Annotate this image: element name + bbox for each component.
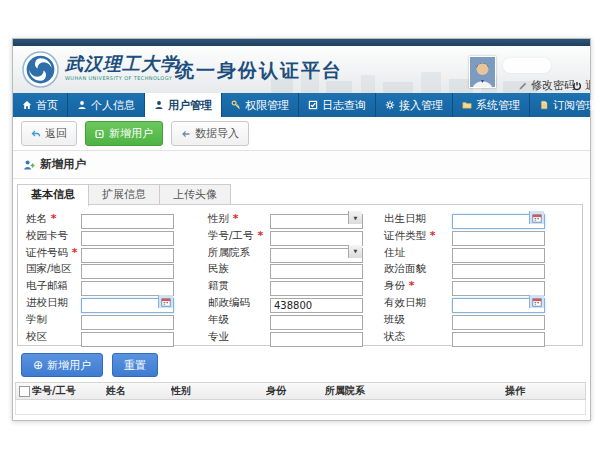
calendar-icon[interactable] [529,211,544,224]
plus-circle-icon: ⊕ [33,359,43,371]
change-password-link[interactable]: 修改密码 [518,78,575,93]
submit-add-user-button[interactable]: ⊕ 新增用户 [21,353,103,377]
nav-tab-subscription-management[interactable]: 订阅管理 [530,93,600,117]
field-gender: ▼ [270,210,363,225]
field-label-country-region: 国家/地区 [26,262,72,276]
logout-link[interactable]: 退出 [572,78,590,93]
dropdown-arrow-icon[interactable]: ▼ [348,211,362,224]
data-import-button[interactable]: 数据导入 [171,121,249,146]
nav-tab-home[interactable]: 首页 [13,93,68,117]
field-label-edu-length: 学制 [26,313,47,327]
header: 武汉理工大学 WUHAN UNIVERSITY OF TECHNOLOGY 统一… [13,46,590,93]
key-icon [231,100,241,110]
field-label-name: 姓名 * [26,212,57,226]
input-major[interactable] [270,332,363,347]
log-icon [308,100,318,110]
data-import-label: 数据导入 [195,126,239,141]
form-grid: 姓名 *性别 *▼出生日期校园卡号学号/工号 *证件类型 *证件号码 *所属院系… [17,204,583,346]
calendar-icon[interactable] [158,295,173,308]
import-arrow-icon [181,129,191,139]
form-actions: ⊕ 新增用户 重置 [21,353,158,377]
doc-icon [539,100,549,110]
back-button-label: 返回 [45,126,67,141]
university-name-block: 武汉理工大学 WUHAN UNIVERSITY OF TECHNOLOGY [65,54,179,81]
nav-tab-system-management[interactable]: 系统管理 [453,93,530,117]
field-id-number [81,244,174,259]
field-label-class: 班级 [384,313,405,327]
tab-basic-info[interactable]: 基本信息 [17,184,89,206]
toolbar: 返回 新增用户 数据导入 [13,117,590,151]
field-label-email: 电子邮箱 [26,279,68,293]
university-name-en: WUHAN UNIVERSITY OF TECHNOLOGY [65,75,179,81]
field-label-birth-date: 出生日期 [384,212,426,226]
folder-icon [462,100,472,110]
select-all-checkbox[interactable] [19,386,30,397]
required-asterisk: * [47,212,57,225]
required-asterisk: * [405,279,415,292]
nav-tab-label: 接入管理 [399,98,443,113]
field-label-status: 状态 [384,330,405,344]
home-icon [22,100,32,110]
submit-add-user-label: 新增用户 [47,358,91,373]
field-label-ethnicity: 民族 [208,262,229,276]
users-icon [154,100,164,110]
field-label-native-place: 籍贯 [208,279,229,293]
add-user-toolbar-button[interactable]: 新增用户 [85,121,163,146]
field-label-identity: 身份 * [384,279,415,293]
required-asterisk: * [254,229,264,242]
nav-tab-user-management[interactable]: 用户管理 [145,93,222,117]
column-header-3: 身份 [266,384,325,398]
dropdown-arrow-icon[interactable]: ▼ [348,245,362,258]
reset-button-label: 重置 [124,358,146,373]
required-asterisk: * [426,229,436,242]
back-button[interactable]: 返回 [21,121,77,146]
tab-upload-avatar[interactable]: 上传头像 [160,184,231,206]
field-label-political-status: 政治面貌 [384,262,426,276]
change-password-label: 修改密码 [531,78,575,93]
field-label-student-id: 学号/工号 * [208,229,263,243]
nav-tab-permission-management[interactable]: 权限管理 [222,93,299,117]
nav-tab-profile[interactable]: 个人信息 [68,93,145,117]
nav-tab-label: 用户管理 [168,98,212,113]
field-label-id-number: 证件号码 * [26,246,78,260]
field-label-valid-date: 有效日期 [384,296,426,310]
reset-button[interactable]: 重置 [112,353,158,377]
avatar [469,56,496,88]
nav-tab-label: 权限管理 [245,98,289,113]
field-grade [270,311,363,326]
field-label-major: 专业 [208,330,229,344]
field-label-enroll-date: 进校日期 [26,296,68,310]
field-country-region [81,260,174,275]
form-tabs: 基本信息 扩展信息 上传头像 [17,184,231,206]
field-label-campus: 校区 [26,330,47,344]
power-icon [572,81,582,91]
input-status[interactable] [452,332,545,347]
calendar-icon[interactable] [529,295,544,308]
field-class [452,311,545,326]
section-title: 新增用户 [40,157,86,172]
field-enroll-date [81,294,174,309]
nav-tab-log-query[interactable]: 日志查询 [299,93,376,117]
add-user-toolbar-label: 新增用户 [109,126,153,141]
field-valid-date [452,294,545,309]
column-header-5: 操作 [505,384,585,398]
field-label-grade: 年级 [208,313,229,327]
user-icon [77,100,87,110]
nav-tab-label: 系统管理 [476,98,520,113]
input-campus[interactable] [81,332,174,347]
user-name-blur [503,58,551,73]
page-background: 武汉理工大学 WUHAN UNIVERSITY OF TECHNOLOGY 统一… [0,0,600,450]
nav-tab-access-management[interactable]: 接入管理 [376,93,453,117]
pencil-icon [518,81,528,91]
table-header-row: 学号/工号姓名性别身份所属院系操作 [15,382,586,400]
section-header: 新增用户 [13,151,590,179]
field-identity [452,277,545,292]
field-edu-length [81,311,174,326]
required-asterisk: * [68,246,78,259]
field-campus-card [81,227,174,242]
university-name-cn: 武汉理工大学 [65,54,179,74]
tab-extended-info[interactable]: 扩展信息 [89,184,160,206]
field-label-id-type: 证件类型 * [384,229,436,243]
table-empty-row [15,400,586,415]
field-email [81,277,174,292]
